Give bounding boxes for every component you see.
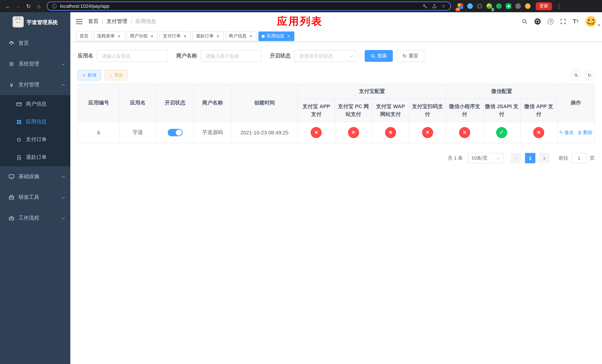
screen: ← → ↻ ⌂ ⓘ localhost:1024/pay/app ☆ 10 1 … <box>0 0 602 364</box>
close-icon[interactable]: × <box>117 34 121 39</box>
extension-icon-4[interactable]: 1 <box>485 2 494 10</box>
close-icon[interactable]: × <box>215 34 220 39</box>
credit-card-icon <box>16 101 22 107</box>
merchant-name-input[interactable] <box>201 50 262 62</box>
reset-button[interactable]: ↻ 重置 <box>397 50 424 62</box>
next-page-button[interactable]: › <box>539 153 549 163</box>
sidebar-item-app-info[interactable]: 应用信息 <box>0 113 70 131</box>
search-icon[interactable] <box>518 19 531 24</box>
tab-app-info[interactable]: 应用信息× <box>258 31 294 41</box>
prev-page-button[interactable]: ‹ <box>511 153 521 163</box>
cell-created: 2021-10-23 08:49:25 <box>231 122 298 143</box>
sidebar-item-system[interactable]: ⚙ 系统管理 <box>0 54 70 75</box>
github-icon[interactable] <box>531 18 544 25</box>
page-size-select[interactable]: 10条/页 <box>468 153 504 163</box>
extension-badge: 1 <box>491 8 494 11</box>
chevron-up-icon <box>62 84 65 87</box>
merchant-name-label: 商户名称 <box>176 53 197 59</box>
fullscreen-icon[interactable] <box>557 19 570 24</box>
delete-link[interactable]: 删除 <box>578 129 593 136</box>
browser-menu-icon[interactable]: ⋮ <box>556 3 562 10</box>
close-icon[interactable]: × <box>183 34 187 39</box>
edit-link[interactable]: ✎修改 <box>559 129 574 136</box>
cell-app-id: 6 <box>78 122 119 143</box>
cell-merchant: 芋道源码 <box>194 122 231 143</box>
help-icon[interactable]: ? <box>544 19 557 24</box>
sidebar-item-label: 支付订单 <box>26 136 47 143</box>
sidebar-item-home[interactable]: 首页 <box>0 33 70 54</box>
close-icon[interactable]: × <box>150 34 154 39</box>
toggle-search-button[interactable] <box>571 70 581 80</box>
page-content: 应用名 商户名称 开启状态 <box>70 42 602 364</box>
goto-page-input[interactable] <box>571 153 587 163</box>
reload-icon[interactable]: ↻ <box>24 1 33 11</box>
tab-process-form[interactable]: 流程表单× <box>94 31 125 41</box>
sidebar-item-pay-order[interactable]: ⊙ 支付订单 <box>0 131 70 149</box>
sidebar-item-label: 支付管理 <box>19 81 39 88</box>
url-text[interactable]: localhost:1024/pay/app <box>60 3 418 9</box>
search-form: 应用名 商户名称 开启状态 <box>78 50 595 62</box>
tab-user-group[interactable]: 用户分组× <box>127 31 158 41</box>
extension-icon-1[interactable]: 10 <box>456 2 465 10</box>
dashboard-icon <box>8 40 15 46</box>
cell-app-name: 芋道 <box>119 122 156 143</box>
export-button[interactable]: ↓ 导出 <box>105 70 128 80</box>
search-button[interactable]: 搜索 <box>365 50 393 62</box>
breadcrumb-current: 应用信息 <box>136 18 156 25</box>
extension-icon-3[interactable] <box>475 2 484 10</box>
column-header-wechat-jsapi: 微信 JSAPI 支付 <box>483 99 520 122</box>
font-size-icon[interactable]: TT <box>570 19 582 24</box>
page-number-1[interactable]: 1 <box>525 153 535 163</box>
edit-icon: ✎ <box>559 130 563 135</box>
app-name-label: 应用名 <box>78 53 93 59</box>
sidebar-item-infrastructure[interactable]: 基础设施 <box>0 166 70 187</box>
add-button[interactable]: + 新增 <box>78 70 101 80</box>
sidebar-item-dev-tools[interactable]: 研发工具 <box>0 187 70 208</box>
extension-icon-6[interactable] <box>504 2 513 10</box>
site-info-icon[interactable]: ⓘ <box>52 3 57 10</box>
tab-merchant-info[interactable]: 商户信息× <box>226 31 257 41</box>
goto-label: 前往 <box>559 155 568 161</box>
url-bar[interactable]: ⓘ localhost:1024/pay/app ☆ <box>47 1 451 11</box>
bookmark-star-icon[interactable]: ☆ <box>441 3 446 9</box>
alipay-wap-status-icon: × <box>385 127 396 138</box>
share-icon[interactable] <box>432 3 437 9</box>
hamburger-icon[interactable] <box>70 12 88 31</box>
breadcrumb-payment[interactable]: 支付管理 <box>107 18 127 25</box>
close-icon[interactable]: × <box>286 34 291 39</box>
user-avatar[interactable] <box>585 16 597 27</box>
extension-icon-5[interactable] <box>495 2 503 10</box>
breadcrumb-home[interactable]: 首页 <box>88 18 98 25</box>
plus-icon: + <box>83 73 86 78</box>
sidebar-item-payment[interactable]: ¥ 支付管理 <box>0 75 70 95</box>
extension-badge: 10 <box>455 8 460 11</box>
sidebar-item-refund-order[interactable]: 退款订单 <box>0 149 70 166</box>
enable-status-label: 开启状态 <box>270 53 291 59</box>
tab-refund-order[interactable]: 退款订单× <box>193 31 224 41</box>
browser-update-button[interactable]: 更新 <box>536 2 552 10</box>
chevron-down-icon <box>62 175 65 178</box>
tab-home[interactable]: 首页 <box>76 31 92 41</box>
back-icon[interactable]: ← <box>3 1 13 11</box>
close-icon[interactable]: × <box>248 34 253 39</box>
extension-icon-8[interactable] <box>524 2 532 10</box>
forward-icon[interactable]: → <box>13 1 23 11</box>
app-logo-row: 芋道管理系统 <box>0 12 70 33</box>
sidebar-item-merchant-info[interactable]: 商户信息 <box>0 95 70 113</box>
enable-status-select[interactable] <box>294 50 356 62</box>
sidebar-item-label: 基础设施 <box>19 173 39 180</box>
enable-status-toggle[interactable] <box>168 129 183 136</box>
refresh-table-button[interactable]: ↻ <box>585 70 595 80</box>
monitor-icon <box>8 174 15 180</box>
tab-pay-order[interactable]: 支付订单× <box>160 31 191 41</box>
extension-icon-2[interactable] <box>466 2 474 10</box>
sidebar-item-workflow[interactable]: 工作流程 <box>0 208 70 228</box>
home-icon[interactable]: ⌂ <box>34 1 44 11</box>
column-header-created: 创建时间 <box>231 84 298 122</box>
extension-icon-7[interactable] <box>514 2 522 10</box>
password-key-icon[interactable] <box>423 3 428 9</box>
navbar: 首页 / 支付管理 / 应用信息 应用列表 ? <box>70 12 602 31</box>
app-name-input[interactable] <box>97 50 168 62</box>
column-header-actions: 操作 <box>557 84 594 122</box>
column-header-wechat-lite: 微信小程序支付 <box>446 99 483 122</box>
